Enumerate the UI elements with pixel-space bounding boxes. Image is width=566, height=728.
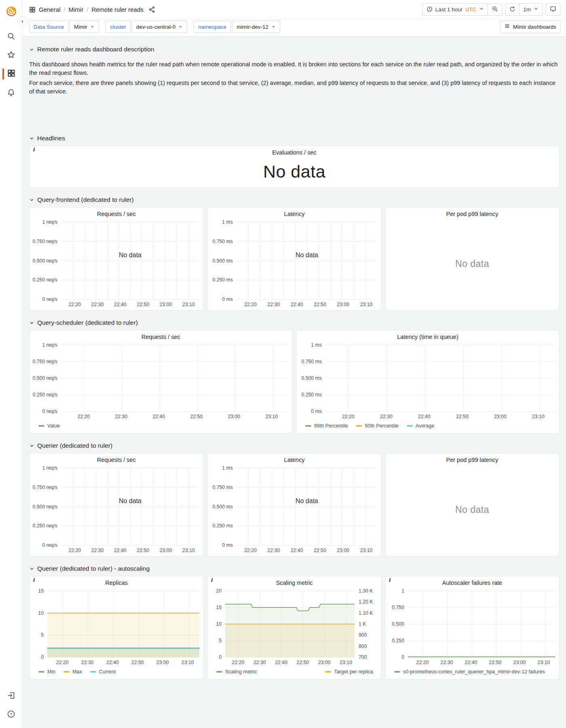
share-icon[interactable] bbox=[148, 6, 155, 13]
kiosk-mode-button[interactable] bbox=[546, 3, 560, 16]
breadcrumb-group[interactable]: Mimir bbox=[69, 6, 84, 13]
variable-value-dropdown[interactable]: dev-us-central-0 bbox=[132, 21, 188, 33]
panel-title[interactable]: Latency bbox=[211, 209, 377, 219]
legend-item[interactable]: Max bbox=[63, 669, 82, 675]
legend-item[interactable]: 99th Percentile bbox=[305, 423, 348, 429]
chart-legend: Scaling metricTarget per replica bbox=[211, 667, 377, 677]
panel-qs-requests: Requests / sec 1 req/s0.750 req/s0.500 r… bbox=[29, 330, 293, 434]
plot-area[interactable]: No data bbox=[61, 222, 199, 299]
plot-area[interactable]: No data bbox=[237, 468, 377, 545]
panel-title[interactable]: Latency bbox=[211, 455, 377, 465]
y-axis-right: 1.30 K1.20 K1.10 K1 K900800700 bbox=[355, 591, 377, 657]
y-axis-tick: 0.750 req/s bbox=[32, 239, 57, 244]
variable-value-dropdown[interactable]: mimir-dev-12 bbox=[232, 21, 280, 33]
grafana-logo-icon[interactable] bbox=[6, 6, 17, 17]
refresh-interval-picker[interactable]: 1m bbox=[519, 3, 543, 16]
legend-item[interactable]: Scaling metric bbox=[216, 669, 257, 675]
x-axis-tick: 22:50 bbox=[137, 302, 149, 307]
plot-area[interactable] bbox=[61, 345, 288, 411]
panel-title[interactable]: Per pod p99 latency bbox=[389, 209, 555, 219]
variable-value: dev-us-central-0 bbox=[136, 24, 176, 30]
zoom-out-button[interactable] bbox=[488, 3, 502, 16]
legend-label: 50th Percentile bbox=[365, 423, 398, 429]
sidebar-collapse-button[interactable]: › bbox=[17, 16, 27, 26]
panel-title[interactable]: Requests / sec bbox=[34, 455, 199, 465]
section-headlines[interactable]: Headlines bbox=[29, 135, 560, 142]
panel-title[interactable]: Replicas bbox=[34, 578, 199, 588]
panel-title[interactable]: Evaluations / sec bbox=[34, 148, 555, 157]
panel-title[interactable]: Autoscaler failures rate bbox=[389, 578, 555, 588]
section-title: Query-frontend (dedicated to ruler) bbox=[37, 196, 134, 203]
y-axis-tick: 1 req/s bbox=[42, 219, 57, 225]
sidebar-item-search[interactable] bbox=[0, 28, 23, 46]
plot-area[interactable]: No data bbox=[61, 468, 199, 545]
section-query-frontend[interactable]: Query-frontend (dedicated to ruler) bbox=[29, 196, 560, 203]
monitor-icon bbox=[550, 6, 556, 13]
panel-title[interactable]: Scaling metric bbox=[211, 578, 377, 588]
variable-label[interactable]: cluster bbox=[106, 21, 131, 33]
mimir-dashboards-button[interactable]: Mimir dashboards bbox=[500, 21, 560, 33]
sidebar-item-starred[interactable] bbox=[0, 46, 23, 65]
y-axis-tick: 5 bbox=[219, 638, 222, 643]
section-querier[interactable]: Querier (dedicated to ruler) bbox=[29, 442, 560, 449]
y-axis-tick: 0 req/s bbox=[42, 408, 57, 414]
y-axis-tick: 15 bbox=[216, 605, 222, 610]
x-axis-tick: 22:30 bbox=[91, 302, 104, 307]
x-axis-tick: 23:10 bbox=[182, 660, 194, 665]
x-axis-tick: 22:30 bbox=[267, 548, 280, 553]
plot-area[interactable] bbox=[225, 591, 355, 657]
panel-querier-latency: Latency 1 ms0.750 ms0.500 ms0.250 ms0 ms… bbox=[207, 453, 382, 557]
section-query-scheduler[interactable]: Query-scheduler (dedicated to ruler) bbox=[29, 319, 560, 326]
legend-item[interactable]: Target per replica bbox=[325, 669, 373, 675]
y-axis-tick: 0 bbox=[219, 654, 222, 660]
panel-title[interactable]: Per pod p99 latency bbox=[389, 455, 555, 465]
legend-item[interactable]: Current bbox=[90, 669, 116, 675]
panel-title[interactable]: Latency (time in queue) bbox=[300, 332, 555, 342]
star-icon bbox=[7, 51, 15, 61]
legend-item[interactable]: Min bbox=[38, 669, 55, 675]
timezone-label: UTC bbox=[465, 7, 476, 13]
panel-info-icon[interactable] bbox=[33, 577, 35, 583]
panel-autoscaler-failures: Autoscaler failures rate 10.7500.5000.25… bbox=[385, 576, 560, 679]
sidebar-item-help[interactable]: ? bbox=[0, 705, 23, 724]
section-description[interactable]: Remote ruler reads dashboard description bbox=[29, 46, 560, 53]
refresh-button[interactable] bbox=[505, 3, 520, 16]
legend-item[interactable]: s0-prometheus-cortex_ruler_querier_hpa_m… bbox=[394, 669, 545, 675]
y-axis-tick: 1.30 K bbox=[359, 588, 373, 594]
y-axis-tick: 700 bbox=[359, 654, 367, 660]
plot-area[interactable] bbox=[408, 591, 555, 657]
breadcrumb-root[interactable]: General bbox=[39, 6, 60, 13]
sidebar-item-sign-in[interactable] bbox=[0, 687, 23, 705]
legend-label: Max bbox=[72, 669, 82, 675]
section-querier-autoscaling[interactable]: Querier (dedicated to ruler) - autoscali… bbox=[29, 565, 560, 572]
panel-qs-latency: Latency (time in queue) 1 ms0.750 ms0.50… bbox=[296, 330, 560, 434]
panel-info-icon[interactable] bbox=[211, 577, 213, 583]
y-axis-tick: 1 req/s bbox=[42, 342, 57, 348]
variable-label[interactable]: namespace bbox=[194, 21, 231, 33]
panel-info-icon[interactable] bbox=[389, 577, 391, 583]
y-axis-tick: 0.250 req/s bbox=[32, 277, 57, 283]
panel-title[interactable]: Requests / sec bbox=[34, 332, 288, 342]
variable-label[interactable]: Data Source bbox=[29, 21, 68, 33]
plot-area[interactable] bbox=[325, 345, 555, 411]
sidebar-item-alerting[interactable] bbox=[0, 83, 23, 102]
x-axis-tick: 22:40 bbox=[418, 414, 431, 419]
plot-area[interactable]: No data bbox=[237, 222, 377, 299]
sidebar-item-dashboards[interactable] bbox=[0, 65, 23, 83]
x-axis-tick: 22:20 bbox=[416, 660, 429, 665]
variable-value-dropdown[interactable]: Mimir bbox=[70, 21, 99, 33]
legend-label: Value bbox=[47, 423, 60, 429]
panel-title[interactable]: Requests / sec bbox=[34, 209, 199, 219]
time-range-picker[interactable]: Last 1 hour UTC bbox=[422, 3, 488, 16]
x-axis-tick: 22:30 bbox=[253, 660, 266, 665]
plot-area[interactable] bbox=[47, 591, 199, 657]
legend-item[interactable]: 50th Percentile bbox=[356, 423, 398, 429]
x-axis-tick: 23:00 bbox=[337, 302, 349, 307]
x-axis-tick: 23:00 bbox=[513, 660, 526, 665]
legend-item[interactable]: Value bbox=[38, 423, 60, 429]
panel-info-icon[interactable] bbox=[33, 147, 35, 152]
legend-item[interactable]: Average bbox=[407, 423, 434, 429]
x-axis-tick: 22:50 bbox=[314, 548, 326, 553]
y-axis-tick: 1 ms bbox=[222, 219, 233, 225]
x-axis: 22:2022:3022:4022:5023:0023:10 bbox=[61, 299, 198, 309]
